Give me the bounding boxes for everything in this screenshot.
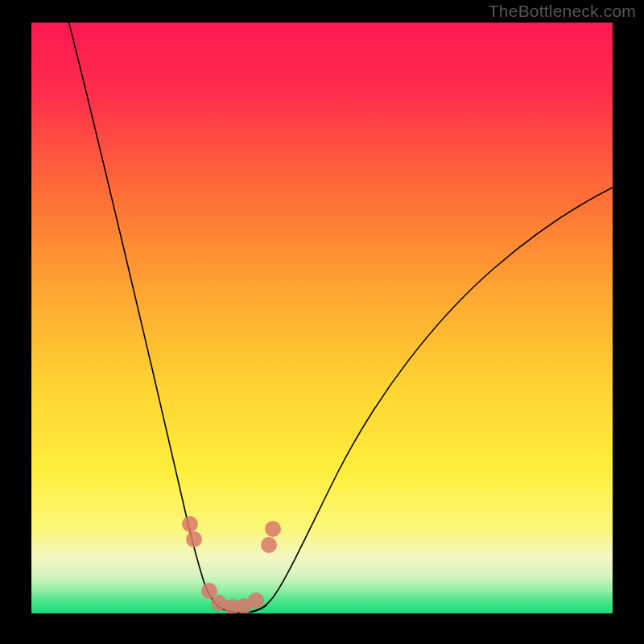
marker-dot bbox=[248, 592, 264, 609]
marker-dot bbox=[186, 531, 202, 547]
chart-stage: TheBottleneck.com bbox=[0, 0, 644, 644]
marker-dot bbox=[261, 537, 277, 553]
plot-area bbox=[31, 23, 613, 613]
marker-dot bbox=[182, 516, 198, 532]
gradient-background bbox=[31, 23, 613, 613]
marker-dot bbox=[265, 521, 281, 537]
chart-svg bbox=[31, 23, 613, 613]
watermark-label: TheBottleneck.com bbox=[489, 2, 636, 21]
